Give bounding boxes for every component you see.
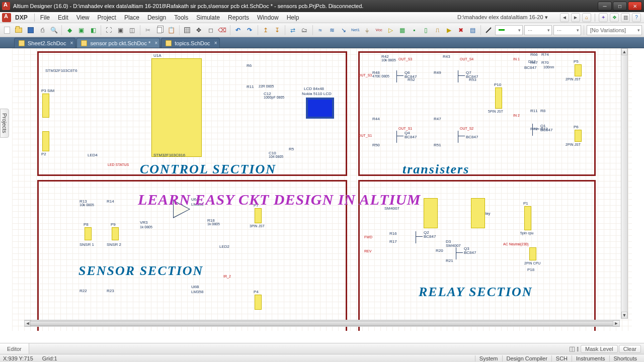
wire-icon[interactable]: ≈ [315,25,326,36]
menu-view[interactable]: View [72,14,94,21]
nav-fwd-button[interactable]: ► [571,13,580,22]
vertical-scrollbar[interactable]: ▲ ▼ [621,48,628,319]
maximize-button[interactable]: □ [613,2,627,11]
close-icon[interactable]: × [70,40,73,46]
minimize-button[interactable]: ─ [598,2,612,11]
status-xy: X:939 Y:715 [3,355,33,361]
move-icon[interactable]: ✥ [194,25,204,36]
split2-icon[interactable]: ⫿ [576,345,580,352]
busentry-icon[interactable]: ↘ [339,25,349,36]
tools-button[interactable]: ▥ [621,13,630,22]
copy-icon[interactable] [154,25,165,36]
menu-place[interactable]: Place [120,14,143,21]
p1-hdr [524,206,531,230]
nav-back-button[interactable]: ◄ [560,13,569,22]
menu-reports[interactable]: Reports [224,14,253,21]
part-icon[interactable]: ▷ [385,25,395,36]
workspace2-icon[interactable]: ▣ [76,25,87,36]
clear-button[interactable]: Clear [619,345,641,353]
hierarchy-up-icon[interactable]: ↥ [260,25,270,36]
section-label-sensor: SENSOR SECTION [78,263,203,279]
print-icon[interactable]: ⎙ [37,25,47,36]
compile-icon[interactable]: ▤ [467,25,477,36]
panel-design-compiler[interactable]: Design Compiler [502,355,551,361]
menu-window[interactable]: Window [253,14,283,21]
editor-tab[interactable]: Editor [0,343,29,354]
select-grid-icon[interactable] [182,25,192,36]
zoom-fit-icon[interactable]: ⛶ [104,25,114,36]
netlabel-icon[interactable]: Net1 [350,25,360,36]
schematic-canvas[interactable]: CONTROL SECTION U1A STM32F103C816 STM32F… [12,48,632,331]
sheet-sym-icon[interactable]: ▦ [397,25,408,36]
snap-combo[interactable]: ··· [524,25,552,35]
bookmark-button[interactable]: ❖ [610,13,619,22]
menu-design[interactable]: Design [143,14,170,21]
menu-tools[interactable]: Tools [170,14,192,21]
panel-instruments[interactable]: Instruments [572,355,609,361]
grid-combo[interactable]: ··· [553,25,581,35]
scroll-down-icon[interactable]: ▼ [621,312,627,319]
scroll-up-icon[interactable]: ▲ [621,48,627,55]
doc-tab-label: Sheet2.SchDoc [28,40,66,46]
close-button[interactable]: ✕ [628,2,642,11]
help-button[interactable]: ? [632,13,641,22]
save-icon[interactable] [26,25,36,36]
open-icon[interactable] [14,25,24,36]
paste-icon[interactable]: 📋 [167,25,177,36]
crossprobe-icon[interactable]: ⇄ [288,25,298,36]
doc-tab-sensor-pcb[interactable]: sensor pcb ckt.SchDoc * × [76,38,160,48]
doc-tab-sheet2[interactable]: Sheet2.SchDoc × [14,38,75,48]
new-icon[interactable] [2,25,12,36]
panel-shortcuts[interactable]: Shortcuts [609,355,641,361]
relay1-body [424,198,438,228]
device-sheet-icon[interactable]: ▯ [421,25,431,36]
draw-line-icon[interactable] [484,25,494,36]
p4-lbl: P4 [254,290,259,294]
r43-lbl: R43 [443,54,450,59]
panel-tab-projects[interactable]: Projects [0,109,9,138]
variations-combo[interactable]: [No Variations] [587,25,642,35]
favorite-button[interactable]: ✦ [599,13,608,22]
r5-label: R5 [289,147,294,151]
workspace3-icon[interactable]: ◧ [88,25,98,36]
close-icon[interactable]: × [214,40,217,46]
horizontal-scrollbar[interactable]: ◄ ► [24,320,620,327]
zoom-area-icon[interactable]: ▣ [116,25,126,36]
nav-home-button[interactable]: ⌂ [582,13,591,22]
p1-type: 5pin cpu [520,231,533,235]
cut-icon[interactable]: ✂ [143,25,153,36]
deselect-icon[interactable]: ◻ [205,25,215,36]
scroll-right-icon[interactable]: ► [613,320,620,326]
panel-system[interactable]: System [475,355,502,361]
port-icon[interactable]: ▶ [444,25,454,36]
mask-level-button[interactable]: Mask Level [581,345,618,353]
menu-help[interactable]: Help [283,14,303,21]
bus-icon[interactable]: ≋ [327,25,337,36]
divider [312,25,313,35]
workspace1-icon[interactable]: ◆ [64,25,74,36]
gnd-icon[interactable]: ⏚ [362,25,372,36]
dxp-menu[interactable]: DXP [15,14,28,21]
menu-simulate[interactable]: Simulate [192,14,224,21]
menu-edit[interactable]: Edit [54,14,72,21]
hierarchy-down-icon[interactable]: ↧ [272,25,282,36]
vcc-icon[interactable]: Vcc [374,25,384,36]
doc-tab-topics[interactable]: topics.SchDoc × [161,38,219,48]
line-style-combo[interactable] [495,25,523,35]
undo-icon[interactable]: ↶ [233,25,243,36]
zoom-sel-icon[interactable]: ◫ [127,25,137,36]
menu-project[interactable]: Project [94,14,120,21]
browse-icon[interactable]: 🗂 [299,25,309,36]
noerc-icon[interactable]: ✖ [456,25,466,36]
split-icon[interactable]: ◫ [569,345,575,352]
preview-icon[interactable]: 🔍 [49,25,59,36]
project-path-combo[interactable]: D:\mahadev elex data\altiam 16-20 ▾ [457,14,558,21]
panel-sch[interactable]: SCH [551,355,572,361]
hscroll-thumb[interactable] [30,321,614,326]
close-icon[interactable]: × [154,40,157,46]
menu-file[interactable]: File [36,14,54,21]
sheet-entry-icon[interactable]: ▪ [409,25,419,36]
clear-icon[interactable]: ⌫ [217,25,227,36]
redo-icon[interactable]: ↷ [245,25,255,36]
harness-icon[interactable]: ⎍ [432,25,442,36]
